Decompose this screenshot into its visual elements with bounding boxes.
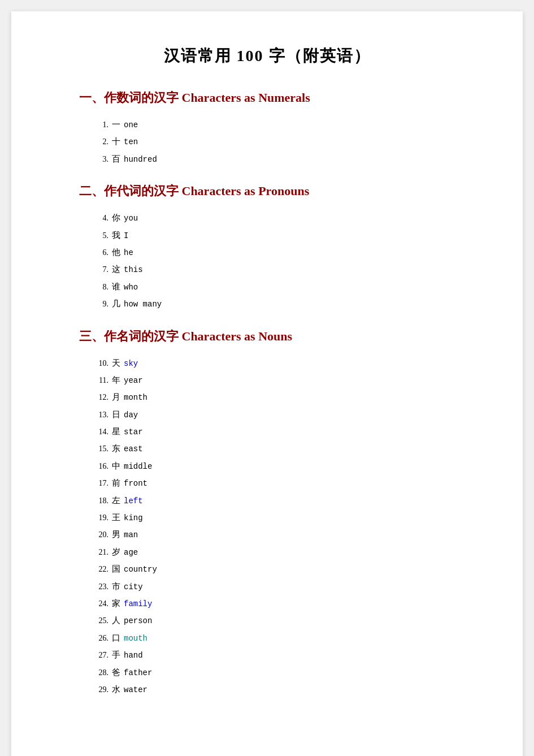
english-word: who <box>124 281 138 293</box>
item-number: 22. <box>90 563 108 576</box>
section-heading-pronouns-english: Characters as Pronouns <box>182 184 310 198</box>
section-heading-nouns-chinese: 三、作名词的汉字 <box>79 329 182 343</box>
english-word: father <box>124 667 152 679</box>
page-title: 汉语常用 100 字（附英语） <box>79 45 455 67</box>
chinese-char: 水 <box>112 682 120 696</box>
item-number: 6. <box>90 247 108 259</box>
english-word: hand <box>124 649 143 662</box>
list-item: 8. 谁 who <box>90 280 455 293</box>
list-item: 18. 左 left <box>90 494 455 507</box>
item-number: 26. <box>90 632 108 645</box>
chinese-char: 男 <box>112 528 120 541</box>
chinese-char: 市 <box>112 580 120 593</box>
list-item: 12. 月 month <box>90 390 455 404</box>
chinese-char: 一 <box>112 118 120 131</box>
list-item: 7. 这 this <box>90 262 455 276</box>
english-word: you <box>124 212 138 224</box>
list-item: 16. 中 middle <box>90 459 455 473</box>
english-word: left <box>124 495 143 507</box>
section-heading-pronouns-chinese: 二、作代词的汉字 <box>79 184 182 198</box>
english-word: mouth <box>124 632 147 645</box>
chinese-char: 他 <box>112 245 120 259</box>
list-item: 23. 市 city <box>90 580 455 593</box>
item-number: 28. <box>90 667 108 679</box>
english-word: middle <box>124 460 152 473</box>
chinese-char: 几 <box>112 297 120 310</box>
list-item: 27. 手 hand <box>90 648 455 662</box>
item-number: 9. <box>90 298 108 310</box>
list-item: 29. 水 water <box>90 682 455 696</box>
item-number: 4. <box>90 212 108 224</box>
english-word: sky <box>124 357 138 370</box>
english-word: age <box>124 546 138 559</box>
english-word: front <box>124 477 147 490</box>
item-number: 5. <box>90 230 108 242</box>
english-word: one <box>124 119 138 131</box>
item-number: 12. <box>90 391 108 404</box>
list-item: 26. 口 mouth <box>90 631 455 645</box>
section-numerals: 一、作数词的汉字 Characters as Numerals 1. 一 one… <box>79 89 455 166</box>
chinese-char: 天 <box>112 356 120 370</box>
item-number: 10. <box>90 357 108 370</box>
item-number: 2. <box>90 136 108 148</box>
chinese-char: 这 <box>112 262 120 276</box>
list-item: 21. 岁 age <box>90 545 455 559</box>
list-item: 3. 百 hundred <box>90 152 455 166</box>
chinese-char: 你 <box>112 211 120 224</box>
item-number: 25. <box>90 615 108 627</box>
item-number: 15. <box>90 443 108 455</box>
english-word: person <box>124 615 152 627</box>
english-word: water <box>124 684 147 696</box>
english-word: east <box>124 443 143 455</box>
list-item: 24. 家 family <box>90 597 455 610</box>
item-number: 11. <box>90 374 108 387</box>
item-number: 20. <box>90 529 108 541</box>
chinese-char: 左 <box>112 494 120 507</box>
english-word: hundred <box>124 153 157 166</box>
section-heading-nouns: 三、作名词的汉字 Characters as Nouns <box>79 328 455 345</box>
list-item: 2. 十 ten <box>90 135 455 148</box>
list-item: 25. 人 person <box>90 614 455 627</box>
list-item: 1. 一 one <box>90 118 455 131</box>
list-item: 4. 你 you <box>90 211 455 224</box>
english-word: ten <box>124 136 138 148</box>
english-word: year <box>124 374 143 387</box>
item-number: 19. <box>90 512 108 524</box>
chinese-char: 王 <box>112 511 120 524</box>
section-nouns: 三、作名词的汉字 Characters as Nouns 10. 天 sky 1… <box>79 328 455 697</box>
english-word: family <box>124 598 152 610</box>
list-item: 19. 王 king <box>90 511 455 524</box>
item-number: 3. <box>90 153 108 166</box>
item-number: 8. <box>90 281 108 293</box>
list-item: 13. 日 day <box>90 408 455 421</box>
item-number: 24. <box>90 598 108 610</box>
english-word: man <box>124 529 138 541</box>
list-item: 5. 我 I <box>90 228 455 242</box>
list-item: 20. 男 man <box>90 528 455 541</box>
nouns-list: 10. 天 sky 11. 年 year 12. 月 month 13. 日 d… <box>90 356 455 697</box>
item-number: 18. <box>90 495 108 507</box>
chinese-char: 东 <box>112 442 120 455</box>
list-item: 10. 天 sky <box>90 356 455 370</box>
section-heading-numerals: 一、作数词的汉字 Characters as Numerals <box>79 89 455 106</box>
english-word: month <box>124 391 147 404</box>
chinese-char: 百 <box>112 152 120 166</box>
list-item: 15. 东 east <box>90 442 455 455</box>
item-number: 27. <box>90 649 108 662</box>
numerals-list: 1. 一 one 2. 十 ten 3. 百 hundred <box>90 118 455 166</box>
section-heading-numerals-chinese: 一、作数词的汉字 <box>79 90 182 105</box>
chinese-char: 爸 <box>112 666 120 679</box>
chinese-char: 日 <box>112 408 120 421</box>
chinese-char: 手 <box>112 648 120 662</box>
english-word: this <box>124 263 143 276</box>
chinese-char: 星 <box>112 425 120 438</box>
item-number: 1. <box>90 119 108 131</box>
english-word: star <box>124 426 143 438</box>
list-item: 11. 年 year <box>90 373 455 387</box>
chinese-char: 中 <box>112 459 120 473</box>
page-container: 汉语常用 100 字（附英语） 一、作数词的汉字 Characters as N… <box>11 11 523 756</box>
list-item: 28. 爸 father <box>90 666 455 679</box>
english-word: city <box>124 581 143 593</box>
pronouns-list: 4. 你 you 5. 我 I 6. 他 he 7. 这 this 8. 谁 <box>90 211 455 310</box>
list-item: 6. 他 he <box>90 245 455 259</box>
